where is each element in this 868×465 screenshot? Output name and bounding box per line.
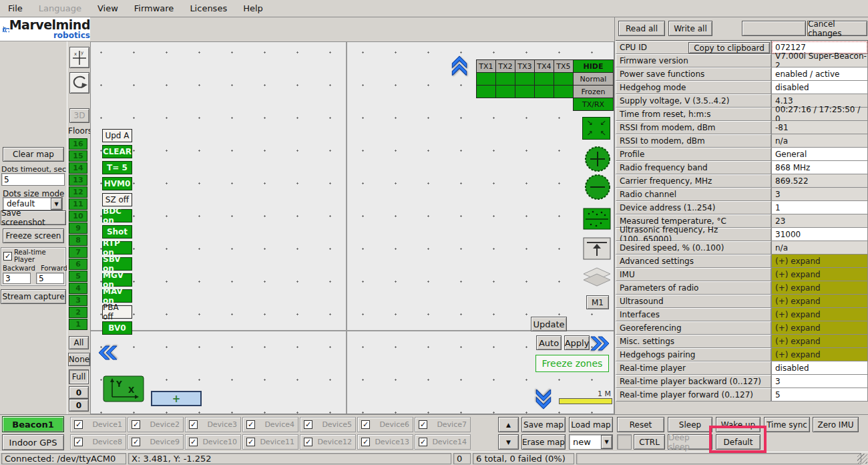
floor-counter-top[interactable]: 0 — [69, 386, 89, 399]
floor-button-13[interactable]: 13 — [69, 174, 87, 186]
map-area[interactable]: Upd ACLEART= 5HVM0SZ offBDC onShotRTP on… — [90, 41, 614, 414]
tx-cell[interactable] — [495, 72, 515, 86]
m1-button[interactable]: M1 — [586, 295, 609, 309]
realtime-player-checkbox[interactable]: ✓ — [3, 252, 12, 261]
floor-button-1[interactable]: 1 — [69, 319, 87, 330]
device-list-up-button[interactable]: ▲ — [498, 417, 519, 432]
write-all-button[interactable]: Write all — [668, 21, 712, 36]
tab-indoor-gps[interactable]: Indoor GPS — [2, 434, 64, 450]
parameter-value[interactable]: 3 — [771, 375, 868, 388]
read-all-button[interactable]: Read all — [618, 21, 665, 36]
update-button[interactable]: Update — [531, 317, 567, 331]
map-toggle-sz-off[interactable]: SZ off — [102, 193, 132, 206]
device-checkbox[interactable]: ✓ — [189, 420, 198, 429]
parameter-value[interactable]: 5 — [771, 388, 868, 402]
device-cell-device3[interactable]: ✓Device3 — [185, 417, 241, 432]
collapse-up-icon[interactable] — [450, 54, 469, 75]
deep-sleep-button[interactable]: Deep sleep — [668, 434, 712, 450]
device-cell-device1[interactable]: ✓Device1 — [70, 417, 126, 432]
map-toggle-bv0[interactable]: BV0 — [102, 321, 132, 335]
axes-orientation-icon[interactable]: Y X — [103, 375, 144, 402]
tx-cell[interactable] — [495, 85, 515, 98]
map-toggle-mgv-on[interactable]: MGV on — [102, 273, 132, 287]
floors-full-button[interactable]: Full — [69, 369, 89, 384]
device-checkbox[interactable]: ✓ — [189, 438, 198, 446]
device-cell-device11[interactable]: ✓Device11 — [242, 434, 298, 450]
cancel-changes-button[interactable]: Cancel changes — [807, 21, 867, 36]
sleep-button[interactable]: Sleep — [668, 417, 712, 432]
floor-button-3[interactable]: 3 — [69, 295, 87, 306]
blank-button[interactable] — [742, 21, 806, 36]
parameter-value[interactable]: (+) expand — [771, 268, 868, 281]
upload-arrow-button[interactable] — [583, 237, 611, 260]
device-checkbox[interactable]: ✓ — [304, 438, 312, 446]
tx-cell[interactable] — [476, 72, 496, 86]
parameter-value[interactable]: (+) expand — [771, 281, 868, 295]
collapse-down-icon[interactable] — [534, 390, 553, 411]
map-toggle-upd-a[interactable]: Upd A — [102, 129, 132, 142]
device-cell-device4[interactable]: ✓Device4 — [242, 417, 298, 432]
ctrl-button[interactable]: CTRL — [634, 434, 665, 450]
tx-header-tx3[interactable]: TX3 — [515, 59, 535, 73]
freeze-screen-button[interactable]: Freeze screen — [3, 228, 64, 243]
map-toggle-clear[interactable]: CLEAR — [102, 145, 132, 158]
floor-button-4[interactable]: 4 — [69, 283, 87, 294]
dots-display-button[interactable] — [583, 208, 611, 230]
map-toggle-rtp-on[interactable]: RTP on — [102, 241, 132, 255]
parameter-value[interactable]: 1 — [771, 201, 868, 214]
device-checkbox[interactable]: ✓ — [246, 420, 255, 429]
time-sync-button[interactable]: Time sync — [764, 417, 810, 432]
device-cell-device14[interactable]: ✓Device14 — [415, 434, 471, 450]
parameter-value[interactable]: (+) expand — [771, 321, 868, 335]
floor-button-9[interactable]: 9 — [69, 222, 87, 234]
menu-item-view[interactable]: View — [89, 1, 126, 16]
tx-cell[interactable] — [476, 85, 496, 98]
tx-normal-button[interactable]: Normal — [573, 72, 614, 86]
zoom-out-button[interactable] — [584, 174, 611, 200]
dots-timeout-input[interactable] — [1, 173, 65, 186]
device-cell-device10[interactable]: ✓Device10 — [185, 434, 241, 450]
device-checkbox[interactable]: ✓ — [132, 438, 140, 446]
floor-counter-bottom[interactable]: 0 — [69, 399, 89, 412]
backward-input[interactable] — [3, 273, 31, 284]
floor-button-14[interactable]: 14 — [69, 162, 87, 174]
map-toggle-bdc-on[interactable]: BDC on — [102, 209, 132, 222]
reset-button[interactable]: Reset — [617, 417, 664, 432]
device-cell-device6[interactable]: ✓Device6 — [357, 417, 413, 432]
tx-cell[interactable] — [534, 72, 554, 86]
zero-imu-button[interactable]: Zero IMU — [813, 417, 859, 432]
device-checkbox[interactable]: ✓ — [419, 420, 427, 429]
map-toggle-t-5[interactable]: T= 5 — [102, 161, 132, 174]
device-cell-device9[interactable]: ✓Device9 — [128, 434, 184, 450]
view-3d-button[interactable]: 3D — [69, 108, 89, 123]
floor-button-6[interactable]: 6 — [69, 259, 87, 270]
tx-hide-button[interactable]: HIDE — [573, 59, 614, 73]
floor-button-12[interactable]: 12 — [69, 186, 87, 198]
floor-button-10[interactable]: 10 — [69, 210, 87, 222]
device-cell-device2[interactable]: ✓Device2 — [128, 417, 184, 432]
parameter-value[interactable]: (+) expand — [771, 255, 868, 268]
parameter-value[interactable]: (+) expand — [771, 308, 868, 321]
menu-item-language[interactable]: Language — [31, 1, 89, 16]
fit-to-screen-icon[interactable]: ↘↙↗↖ — [582, 117, 610, 140]
floor-button-16[interactable]: 16 — [69, 138, 87, 150]
layers-icon[interactable] — [582, 267, 612, 289]
parameter-value[interactable]: 31000 — [771, 228, 868, 241]
copy-to-clipboard-button[interactable]: Copy to clipboard — [688, 42, 770, 53]
stream-capture-button[interactable]: Stream capture — [1, 289, 66, 304]
device-checkbox[interactable]: ✓ — [361, 420, 370, 429]
tx-cell[interactable] — [515, 85, 535, 98]
floors-none-button[interactable]: None — [68, 353, 90, 366]
parameter-value[interactable]: enabled / active — [771, 67, 868, 81]
rotate-view-button[interactable] — [69, 72, 89, 94]
parameter-value[interactable]: disabled — [771, 361, 868, 375]
device-checkbox[interactable]: ✓ — [246, 438, 255, 446]
wake-up-button[interactable]: Wake up — [716, 417, 761, 432]
tx-txrx-button[interactable]: TX/RX — [573, 98, 614, 111]
map-toggle-sbv-on[interactable]: SBV on — [102, 257, 132, 271]
parameter-value[interactable]: (+) expand — [771, 335, 868, 348]
erase-map-button[interactable]: Erase map — [521, 434, 566, 450]
device-cell-device13[interactable]: ✓Device13 — [357, 434, 413, 450]
menu-item-licenses[interactable]: Licenses — [182, 1, 235, 16]
default-button[interactable]: Default — [716, 434, 761, 450]
